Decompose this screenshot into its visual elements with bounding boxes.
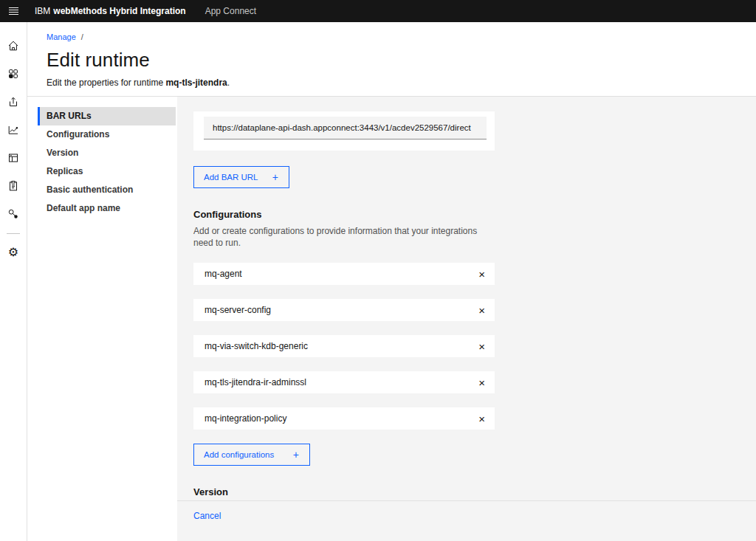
dashboard-icon[interactable] <box>7 152 19 164</box>
clipboard-icon[interactable] <box>7 180 19 192</box>
add-configurations-button[interactable]: Add configurations + <box>193 444 310 466</box>
subtitle-suffix: . <box>227 77 230 88</box>
catalog-icon[interactable] <box>7 68 19 80</box>
configuration-row: mq-server-config × <box>193 299 495 321</box>
brand-name: webMethods Hybrid Integration <box>53 6 185 16</box>
add-configurations-label: Add configurations <box>204 450 274 459</box>
side-nav: BAR URLs Configurations Version Replicas… <box>27 97 177 541</box>
configuration-name: mq-server-config <box>205 305 271 315</box>
side-nav-item-basic-authentication[interactable]: Basic authentication <box>38 181 176 199</box>
header-nav-app-connect[interactable]: App Connect <box>205 6 256 16</box>
side-nav-item-configurations[interactable]: Configurations <box>38 125 176 144</box>
add-bar-url-label: Add BAR URL <box>204 173 258 182</box>
section-divider <box>177 500 756 501</box>
bar-url-input[interactable] <box>204 117 487 139</box>
configuration-row: mq-agent × <box>193 263 495 285</box>
brand-link[interactable]: IBMwebMethods Hybrid Integration <box>35 6 186 16</box>
body-row: BAR URLs Configurations Version Replicas… <box>27 97 756 541</box>
version-heading: Version <box>193 486 756 497</box>
configurations-section: Configurations Add or create configurati… <box>193 209 756 466</box>
settings-icon[interactable]: ⚙ <box>7 246 20 259</box>
hamburger-menu-icon[interactable] <box>0 0 27 22</box>
home-icon[interactable] <box>7 40 19 52</box>
breadcrumb-separator: / <box>81 32 83 41</box>
analytics-icon[interactable] <box>7 124 19 136</box>
plus-icon: + <box>293 449 299 460</box>
configuration-row: mq-tls-jitendra-ir-adminssl × <box>193 371 495 393</box>
remove-configuration-icon[interactable]: × <box>476 341 487 352</box>
brand-prefix: IBM <box>35 6 50 16</box>
configuration-name: mq-integration-policy <box>205 413 286 424</box>
configurations-description: Add or create configurations to provide … <box>193 225 499 249</box>
bar-urls-section: Add BAR URL + <box>193 111 756 188</box>
main-panel: Add BAR URL + Configurations Add or crea… <box>177 97 756 541</box>
remove-configuration-icon[interactable]: × <box>476 305 487 316</box>
page-subtitle: Edit the properties for runtime mq-tls-j… <box>47 77 756 88</box>
configuration-row: mq-integration-policy × <box>193 407 495 430</box>
configuration-row: mq-via-switch-kdb-generic × <box>193 335 495 357</box>
cancel-link[interactable]: Cancel <box>193 511 221 521</box>
content-area: Manage / Edit runtime Edit the propertie… <box>27 22 756 541</box>
icon-rail: ⚙ <box>0 22 27 541</box>
side-nav-item-version[interactable]: Version <box>38 144 176 162</box>
remove-configuration-icon[interactable]: × <box>476 269 487 280</box>
plus-icon: + <box>272 172 278 182</box>
page-header: Manage / Edit runtime Edit the propertie… <box>27 22 756 97</box>
remove-configuration-icon[interactable]: × <box>476 413 487 424</box>
configurations-list: mq-agent × mq-server-config × mq-via-swi… <box>193 263 756 430</box>
side-nav-item-default-app-name[interactable]: Default app name <box>38 199 176 218</box>
rail-divider <box>7 233 20 234</box>
configuration-name: mq-agent <box>205 269 242 279</box>
breadcrumb-manage-link[interactable]: Manage <box>47 32 76 41</box>
bar-url-card <box>193 111 495 151</box>
deploy-icon[interactable] <box>7 96 19 108</box>
configurations-heading: Configurations <box>193 209 756 220</box>
side-nav-item-bar-urls[interactable]: BAR URLs <box>38 107 176 125</box>
page-title: Edit runtime <box>47 49 756 72</box>
configuration-name: mq-tls-jitendra-ir-adminssl <box>205 377 306 387</box>
subtitle-prefix: Edit the properties for runtime <box>47 77 165 88</box>
remove-configuration-icon[interactable]: × <box>476 377 487 388</box>
add-bar-url-button[interactable]: Add BAR URL + <box>193 166 289 188</box>
breadcrumb: Manage / <box>47 32 756 41</box>
version-section: Version <box>193 486 756 501</box>
runtime-name: mq-tls-jitendra <box>165 77 227 88</box>
side-nav-item-replicas[interactable]: Replicas <box>38 162 176 181</box>
key-icon[interactable] <box>7 208 19 220</box>
app-header: IBMwebMethods Hybrid Integration App Con… <box>0 0 756 22</box>
configuration-name: mq-via-switch-kdb-generic <box>205 341 308 351</box>
